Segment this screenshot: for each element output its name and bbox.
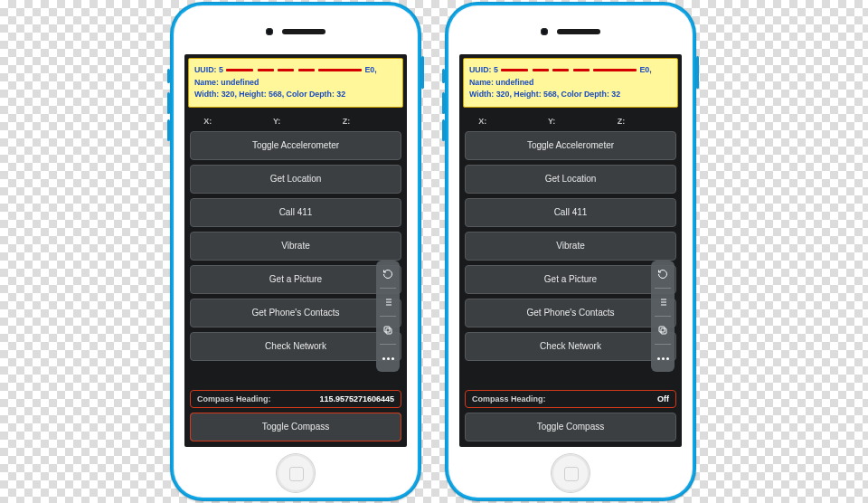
earpiece-camera xyxy=(445,24,696,40)
copy-icon[interactable] xyxy=(653,320,673,340)
redacted-segment xyxy=(593,69,637,71)
palette-divider xyxy=(655,316,671,317)
check-network-button[interactable]: Check Network xyxy=(190,332,401,361)
compass-heading-value: 115.9575271606445 xyxy=(319,394,394,403)
svg-rect-0 xyxy=(386,328,392,334)
toggle-compass-button[interactable]: Toggle Compass xyxy=(465,413,676,441)
compass-section: Compass Heading: Off Toggle Compass xyxy=(459,386,682,447)
get-picture-button[interactable]: Get a Picture xyxy=(465,265,676,294)
palette-divider xyxy=(380,316,396,317)
camera-icon xyxy=(266,28,273,35)
vibrate-button[interactable]: Vibrate xyxy=(190,232,401,261)
redacted-segment xyxy=(318,69,362,71)
check-network-button[interactable]: Check Network xyxy=(465,332,676,361)
home-button[interactable] xyxy=(552,454,590,492)
palette-divider xyxy=(655,344,671,345)
svg-rect-1 xyxy=(384,327,390,332)
axis-x: X: xyxy=(478,117,524,126)
transparency-checker-bg: { "phones": [ { "info": { "uuid_prefix":… xyxy=(0,0,868,503)
redacted-segment xyxy=(573,69,590,71)
list-icon[interactable] xyxy=(378,292,398,312)
compass-heading-label: Compass Heading: xyxy=(197,394,271,403)
uuid-suffix: E0, xyxy=(365,65,377,74)
accelerometer-readout: X: Y: Z: xyxy=(459,111,682,131)
name-line: Name: undefined xyxy=(469,77,672,90)
power-button xyxy=(696,56,699,89)
svg-rect-3 xyxy=(659,327,665,332)
axis-y: Y: xyxy=(548,117,593,126)
list-icon[interactable] xyxy=(653,292,673,312)
phone-stage: UUID: 5 E0, Name: undefined Width: 320, … xyxy=(170,2,696,503)
compass-heading-label: Compass Heading: xyxy=(472,394,546,403)
call-411-button[interactable]: Call 411 xyxy=(190,198,401,227)
call-411-button[interactable]: Call 411 xyxy=(465,198,676,227)
action-button-list: Toggle Accelerometer Get Location Call 4… xyxy=(184,131,407,361)
axis-y: Y: xyxy=(273,117,318,126)
home-button-square-icon xyxy=(289,467,304,481)
palette-divider xyxy=(655,288,671,289)
redacted-segment xyxy=(552,69,569,71)
get-contacts-button[interactable]: Get Phone's Contacts xyxy=(465,299,676,327)
redacted-segment xyxy=(298,69,315,71)
mute-switch xyxy=(167,69,170,83)
earpiece xyxy=(282,29,326,34)
redacted-segment xyxy=(501,69,528,71)
phone-screen: UUID: 5 E0, Name: undefined Width: 320, … xyxy=(459,54,682,447)
dims-line: Width: 320, Height: 568, Color Depth: 32 xyxy=(194,89,397,101)
get-picture-button[interactable]: Get a Picture xyxy=(190,265,401,294)
uuid-line: UUID: 5 E0, xyxy=(194,64,397,77)
more-icon[interactable] xyxy=(378,348,398,368)
action-button-list: Toggle Accelerometer Get Location Call 4… xyxy=(459,131,682,361)
axis-z: Z: xyxy=(343,117,388,126)
power-button xyxy=(421,56,424,89)
volume-down-button xyxy=(442,119,445,141)
copy-icon[interactable] xyxy=(378,320,398,340)
accelerometer-readout: X: Y: Z: xyxy=(184,111,407,131)
palette-divider xyxy=(380,288,396,289)
home-button-square-icon xyxy=(564,467,579,481)
refresh-icon[interactable] xyxy=(653,264,673,284)
dims-line: Width: 320, Height: 568, Color Depth: 32 xyxy=(469,89,672,101)
get-contacts-button[interactable]: Get Phone's Contacts xyxy=(190,299,401,327)
redacted-segment xyxy=(533,69,549,71)
toggle-accelerometer-button[interactable]: Toggle Accelerometer xyxy=(465,131,676,160)
home-button[interactable] xyxy=(277,454,315,492)
axis-x: X: xyxy=(203,117,249,126)
volume-up-button xyxy=(167,92,170,114)
more-icon[interactable] xyxy=(653,348,673,368)
earpiece xyxy=(557,29,600,34)
vibrate-button[interactable]: Vibrate xyxy=(465,232,676,261)
redacted-segment xyxy=(226,69,253,71)
get-location-button[interactable]: Get Location xyxy=(465,165,676,194)
name-line: Name: undefined xyxy=(194,77,397,90)
uuid-prefix: UUID: 5 xyxy=(469,65,498,74)
compass-heading-row: Compass Heading: Off xyxy=(465,390,676,408)
toggle-accelerometer-button[interactable]: Toggle Accelerometer xyxy=(190,131,401,160)
device-info-panel: UUID: 5 E0, Name: undefined Width: 320, … xyxy=(463,58,678,108)
compass-heading-value: Off xyxy=(657,394,669,403)
redacted-segment xyxy=(258,69,274,71)
compass-heading-row: Compass Heading: 115.9575271606445 xyxy=(190,390,401,408)
uuid-prefix: UUID: 5 xyxy=(194,65,223,74)
redacted-segment xyxy=(278,69,294,71)
compass-section: Compass Heading: 115.9575271606445 Toggl… xyxy=(184,386,407,447)
refresh-icon[interactable] xyxy=(378,264,398,284)
mute-switch xyxy=(442,69,445,83)
earpiece-camera xyxy=(170,24,421,40)
svg-rect-2 xyxy=(661,328,666,334)
debug-tool-palette xyxy=(651,261,675,372)
volume-up-button xyxy=(442,92,445,114)
debug-tool-palette xyxy=(376,261,400,372)
camera-icon xyxy=(541,28,548,35)
uuid-suffix: E0, xyxy=(640,65,652,74)
phone-mockup: UUID: 5 E0, Name: undefined Width: 320, … xyxy=(445,2,696,501)
uuid-line: UUID: 5 E0, xyxy=(469,64,672,77)
phone-mockup: UUID: 5 E0, Name: undefined Width: 320, … xyxy=(170,2,421,501)
axis-z: Z: xyxy=(618,117,663,126)
toggle-compass-button[interactable]: Toggle Compass xyxy=(190,413,401,441)
get-location-button[interactable]: Get Location xyxy=(190,165,401,194)
volume-down-button xyxy=(167,119,170,141)
palette-divider xyxy=(380,344,396,345)
phone-screen: UUID: 5 E0, Name: undefined Width: 320, … xyxy=(184,54,407,447)
device-info-panel: UUID: 5 E0, Name: undefined Width: 320, … xyxy=(188,58,403,108)
